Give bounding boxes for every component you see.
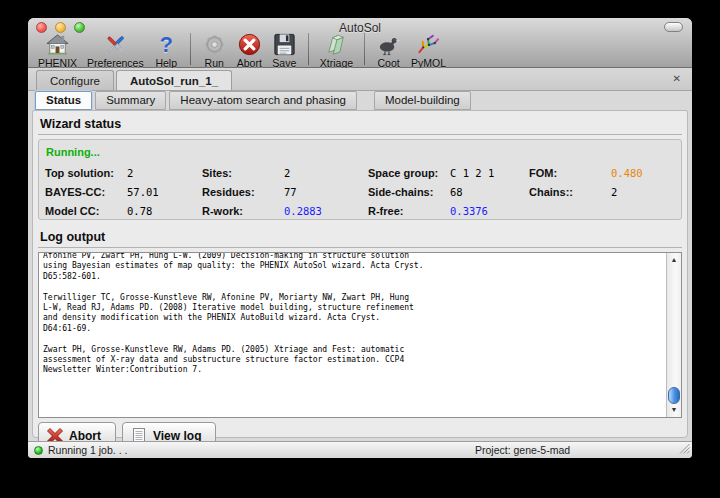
crystal-icon [324, 32, 349, 57]
red-x-circle-icon [237, 32, 262, 57]
stat-value: 0.3376 [450, 205, 488, 217]
log-scrollbar[interactable]: ▲ ▼ [666, 253, 681, 417]
toolbar-button-help[interactable]: ? Help [149, 32, 184, 68]
wizard-status-panel: Running... Top solution:2 Sites:2 Space … [38, 139, 682, 220]
autosol-window: AutoSol PHENIX Preferences ? [28, 18, 692, 458]
stat-label: Chains:: [529, 186, 611, 198]
stat-value: C 1 2 1 [450, 167, 494, 179]
wizard-stats-grid: Top solution:2 Sites:2 Space group:C 1 2… [45, 163, 675, 220]
log-output-heading: Log output [40, 230, 682, 244]
running-status-text: Running... [46, 146, 675, 158]
stat-label: Top solution: [45, 167, 127, 179]
toolbar-button-coot[interactable]: Coot [371, 32, 406, 68]
resize-grip[interactable] [679, 443, 690, 456]
toolbar-button-save[interactable]: Save [267, 32, 302, 68]
stat-value: 77 [284, 186, 297, 198]
scrollbar-thumb[interactable] [668, 387, 680, 404]
toolbar-button-abort[interactable]: Abort [232, 32, 267, 68]
divider [38, 134, 682, 135]
toolbar-separator [308, 33, 309, 65]
stat-residues: Residues:77 [202, 182, 368, 201]
divider [38, 247, 682, 248]
toolbar-toggle-button[interactable] [664, 22, 683, 32]
job-status-text: Running 1 job. . . [48, 444, 127, 456]
stat-label: BAYES-CC: [45, 186, 127, 198]
stat-bayes-cc: BAYES-CC:57.01 [45, 182, 202, 201]
stat-value: 57.01 [127, 186, 159, 198]
stat-label: Model CC: [45, 205, 127, 217]
stat-label: R-work: [202, 205, 284, 217]
stat-label: FOM: [529, 167, 611, 179]
stat-sites: Sites:2 [202, 163, 368, 182]
stat-value: 2 [127, 167, 133, 179]
crossed-tools-icon [103, 32, 128, 57]
log-output-textarea[interactable]: Afonine PV, Zwart PH, Hung L-W. (2009) D… [38, 252, 682, 418]
window-chrome: AutoSol PHENIX Preferences ? [28, 18, 692, 68]
stat-r-work: R-work:0.2883 [202, 201, 368, 220]
tab-autosol-run-1[interactable]: AutoSol_run_1_ [116, 70, 232, 90]
subtab-heavy-atom[interactable]: Heavy-atom search and phasing [169, 91, 357, 110]
close-tab-icon[interactable]: ✕ [673, 73, 681, 85]
project-name-text: Project: gene-5-mad [475, 444, 570, 456]
stat-value: 2 [284, 167, 290, 179]
stat-value: 0.480 [611, 167, 643, 179]
subtab-summary[interactable]: Summary [95, 91, 166, 110]
subtab-status[interactable]: Status [35, 91, 92, 110]
stat-label: Sites: [202, 167, 284, 179]
log-text: Afonine PV, Zwart PH, Hung L-W. (2009) D… [39, 252, 681, 377]
main-tab-bar: Configure AutoSol_run_1_ ✕ [28, 68, 692, 91]
toolbar-button-phenix[interactable]: PHENIX [33, 32, 82, 68]
stat-r-free: R-free:0.3376 [368, 201, 529, 220]
stat-value: 0.78 [127, 205, 152, 217]
toolbar-button-xtriage[interactable]: Xtriage [315, 32, 358, 68]
status-bar: Running 1 job. . . Project: gene-5-mad [28, 441, 692, 458]
stat-side-chains: Side-chains:68 [368, 182, 529, 201]
scroll-up-arrow-icon[interactable]: ▲ [667, 254, 681, 266]
sub-tab-bar: Status Summary Heavy-atom search and pha… [28, 91, 692, 110]
toolbar-button-preferences[interactable]: Preferences [82, 32, 149, 68]
stat-label: R-free: [368, 205, 450, 217]
stat-empty-cell [529, 201, 675, 220]
toolbar-separator [190, 33, 191, 65]
wizard-status-heading: Wizard status [40, 117, 682, 131]
desktop-background: AutoSol PHENIX Preferences ? [0, 0, 720, 498]
stat-fom: FOM:0.480 [529, 163, 675, 182]
gear-icon [202, 32, 227, 57]
stat-label: Side-chains: [368, 186, 450, 198]
green-status-led-icon [34, 446, 43, 455]
subtab-model-building[interactable]: Model-building [374, 91, 471, 110]
toolbar-button-pymol[interactable]: PyMOL [406, 32, 451, 68]
question-mark-icon: ? [154, 32, 179, 57]
bird-icon [376, 32, 401, 57]
molecule-sticks-icon [416, 32, 441, 57]
toolbar-separator [364, 33, 365, 65]
stat-model-cc: Model CC:0.78 [45, 201, 202, 220]
stat-label: Residues: [202, 186, 284, 198]
stat-chains: Chains::2 [529, 182, 675, 201]
stat-value: 68 [450, 186, 463, 198]
status-page: Wizard status Running... Top solution:2 … [32, 110, 688, 438]
stat-value: 0.2883 [284, 205, 322, 217]
stat-label: Space group: [368, 167, 450, 179]
floppy-disk-icon [272, 32, 297, 57]
house-icon [45, 32, 70, 57]
stat-value: 2 [611, 186, 617, 198]
scroll-down-arrow-icon[interactable]: ▼ [667, 404, 681, 416]
stat-top-solution: Top solution:2 [45, 163, 202, 182]
toolbar: PHENIX Preferences ? Help R [33, 32, 451, 68]
toolbar-button-run[interactable]: Run [197, 32, 232, 68]
tab-configure[interactable]: Configure [36, 70, 114, 90]
stat-space-group: Space group:C 1 2 1 [368, 163, 529, 182]
